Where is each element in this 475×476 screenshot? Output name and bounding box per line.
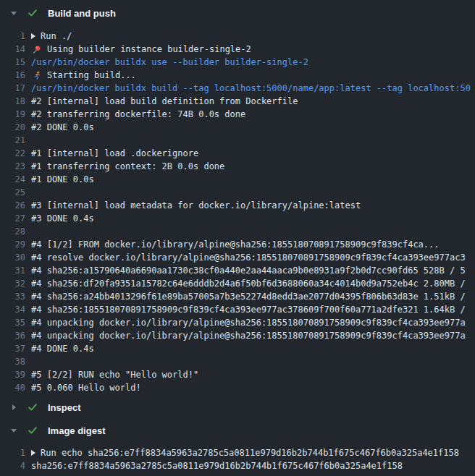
log-line[interactable]: 22#1 [internal] load .dockerignore [0,147,475,160]
log-line[interactable]: 24#1 DONE 0.0s [0,173,475,186]
line-number[interactable]: 19 [0,109,25,119]
run-group-expand-icon[interactable] [31,33,35,39]
log-line[interactable]: 23#1 transferring context: 2B 0.0s done [0,160,475,173]
log-text: #4 [1/2] FROM docker.io/library/alpine@s… [31,239,440,250]
log-line[interactable]: 18#2 [internal] load build definition fr… [0,95,475,108]
log-text: #5 0.060 Hello world! [31,383,141,393]
log-line[interactable]: 29#4 [1/2] FROM docker.io/library/alpine… [0,238,475,251]
chevron-right-icon[interactable] [10,404,17,410]
log-line[interactable]: 17/usr/bin/docker buildx build --tag loc… [0,82,475,95]
line-number[interactable]: 33 [0,292,25,302]
section-header[interactable]: Image digest [0,420,475,441]
log-section-image-digest: Image digest1Run echo sha256:e7ff8834a59… [0,420,475,476]
line-number[interactable]: 1 [0,448,25,458]
line-number[interactable]: 32 [0,279,25,289]
log-text: #1 [internal] load .dockerignore [31,148,198,158]
line-content: #2 transferring dockerfile: 74B 0.0s don… [31,109,475,119]
log-line[interactable]: 15/usr/bin/docker buildx use --builder b… [0,56,475,69]
line-number[interactable]: 22 [0,148,25,158]
log-line[interactable]: 26#3 [internal] load metadata for docker… [0,199,475,212]
line-number[interactable]: 18 [0,96,25,106]
line-number[interactable]: 30 [0,252,25,263]
line-content: #1 [internal] load .dockerignore [31,148,475,158]
line-content: sha256:e7ff8834a5963a2785c5a0811e979d16b… [31,461,475,471]
log-text: #2 transferring dockerfile: 74B 0.0s don… [31,109,245,119]
line-number[interactable]: 26 [0,200,25,211]
line-content: Run echo sha256:e7ff8834a5963a2785c5a081… [31,448,475,458]
log-line[interactable]: 36#4 unpacking docker.io/library/alpine@… [0,329,475,342]
log-text: #4 resolve docker.io/library/alpine@sha2… [31,252,466,263]
line-number[interactable]: 23 [0,161,25,171]
log-text: #4 DONE 0.4s [31,344,94,354]
line-number[interactable]: 4 [0,461,25,471]
log-line[interactable]: 33#4 sha256:a24bb4013296f61e89ba57005a7b… [0,290,475,303]
log-text: Run echo sha256:e7ff8834a5963a2785c5a081… [41,448,459,458]
chevron-down-icon[interactable] [10,429,17,433]
log-line[interactable]: 1Run ./ [0,30,475,43]
section-header[interactable]: Build and push [0,3,475,23]
log-text: #4 unpacking docker.io/library/alpine@sh… [31,331,466,341]
success-check-icon [28,425,38,435]
log-section-inspect: Inspect [0,397,475,417]
caret-shape [12,404,16,410]
log-text: #5 [2/2] RUN echo "Hello world!" [31,370,198,380]
log-line[interactable]: 30#4 resolve docker.io/library/alpine@sh… [0,251,475,264]
line-content: Run ./ [31,31,475,41]
log-line[interactable]: 1Run echo sha256:e7ff8834a5963a2785c5a08… [0,446,475,459]
line-number[interactable]: 14 [0,44,25,54]
section-header[interactable]: Inspect [0,397,475,417]
log-line[interactable]: 14Using builder instance builder-single-… [0,43,475,56]
log-line[interactable]: 28 [0,225,475,238]
line-number[interactable]: 17 [0,83,25,93]
log-line[interactable]: 31#4 sha256:a15790640a6690aa1730c38cf0a4… [0,264,475,277]
caret-shape [11,12,17,15]
success-check-icon [28,402,38,412]
line-content: /usr/bin/docker buildx build --tag local… [31,83,475,93]
log-line[interactable]: 34#4 sha256:185518070891758909c9f839cf4c… [0,303,475,316]
line-number[interactable]: 24 [0,174,25,184]
log-text: #3 [internal] load metadata for docker.i… [31,200,361,211]
line-number[interactable]: 34 [0,305,25,315]
line-content: #3 DONE 0.4s [31,213,475,224]
log-line[interactable]: 27#3 DONE 0.4s [0,212,475,225]
line-number[interactable]: 37 [0,344,25,354]
log-line[interactable]: 37#4 DONE 0.4s [0,342,475,355]
line-number[interactable]: 31 [0,265,25,276]
line-number[interactable]: 21 [0,135,25,145]
log-text: /usr/bin/docker buildx use --builder bui… [31,57,308,67]
log-line[interactable]: 20#2 DONE 0.0s [0,121,475,134]
log-line[interactable]: 16Starting build... [0,69,475,82]
line-number[interactable]: 29 [0,239,25,250]
log-text: #2 DONE 0.0s [31,122,94,132]
log-text: #4 sha256:185518070891758909c9f839cf4ca3… [31,305,466,315]
log-line[interactable]: 21 [0,134,475,147]
line-number[interactable]: 39 [0,370,25,380]
log-line[interactable]: 40#5 0.060 Hello world! [0,381,475,394]
line-number[interactable]: 1 [0,31,25,41]
line-number[interactable]: 36 [0,331,25,341]
line-number[interactable]: 38 [0,357,25,367]
line-number[interactable]: 35 [0,318,25,328]
chevron-down-icon[interactable] [10,12,17,15]
log-line[interactable]: 39#5 [2/2] RUN echo "Hello world!" [0,368,475,381]
log-text: #1 DONE 0.0s [31,174,94,184]
log-line[interactable]: 35#4 unpacking docker.io/library/alpine@… [0,316,475,329]
line-number[interactable]: 28 [0,226,25,237]
log-line[interactable]: 32#4 sha256:df20fa9351a15782c64e6dddb2d4… [0,277,475,290]
log-text: #4 sha256:a24bb4013296f61e89ba57005a7b3e… [31,292,466,302]
success-check-icon [28,8,38,18]
line-content: #4 sha256:a15790640a6690aa1730c38cf0a440… [31,265,475,276]
line-number[interactable]: 16 [0,70,25,80]
line-number[interactable]: 20 [0,122,25,132]
run-group-expand-icon[interactable] [31,450,35,456]
line-number[interactable]: 25 [0,187,25,197]
line-number[interactable]: 40 [0,383,25,393]
log-line[interactable]: 4sha256:e7ff8834a5963a2785c5a0811e979d16… [0,459,475,472]
pushpin-icon [31,44,41,54]
log-line[interactable]: 38 [0,355,475,368]
line-number[interactable]: 27 [0,213,25,224]
log-line[interactable]: 25 [0,186,475,199]
log-text: #4 sha256:a15790640a6690aa1730c38cf0a440… [31,265,466,276]
line-number[interactable]: 15 [0,57,25,67]
log-line[interactable]: 19#2 transferring dockerfile: 74B 0.0s d… [0,108,475,121]
